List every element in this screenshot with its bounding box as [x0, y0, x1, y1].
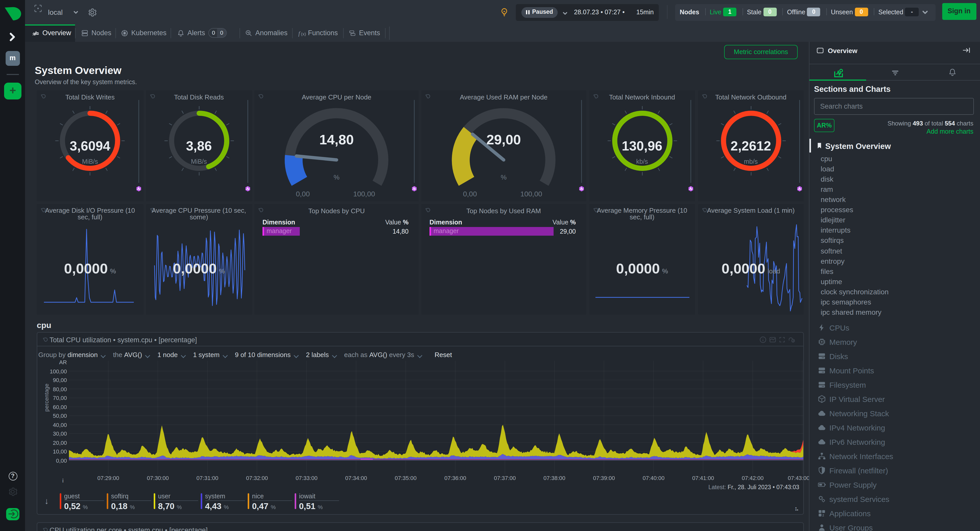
svg-text:2: 2 — [822, 514, 824, 517]
svg-text:(x): (x) — [301, 32, 306, 36]
svg-text:f: f — [298, 30, 301, 37]
